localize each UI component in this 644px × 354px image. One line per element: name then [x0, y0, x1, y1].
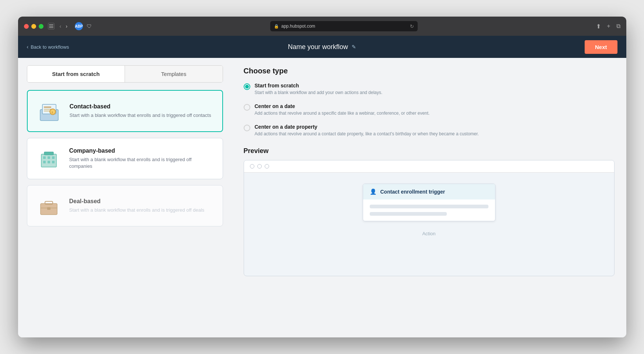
fullscreen-button[interactable]: [39, 24, 43, 29]
svg-rect-21: [47, 207, 51, 210]
radio-center-date-property-desc: Add actions that revolve around a contac…: [255, 131, 479, 137]
trigger-card: 👤 Contact enrollment trigger: [363, 184, 495, 221]
left-panel: Start from scratch Templates: [18, 58, 232, 337]
tab-templates[interactable]: Templates: [125, 66, 223, 82]
deal-based-text: Deal-based Start with a blank workflow t…: [69, 198, 205, 214]
radio-center-date-title: Center on a date: [255, 103, 430, 109]
close-button[interactable]: [24, 24, 29, 29]
back-link-label: Back to workflows: [31, 44, 69, 50]
right-panel: Choose type Start from scratch Start wit…: [232, 58, 626, 337]
tab-icon: [48, 23, 55, 30]
radio-input-center-date: [244, 104, 250, 111]
company-based-description: Start with a blank workflow that enrolls…: [69, 156, 214, 170]
address-bar-container: 🔒 app.hubspot.com ↻: [92, 21, 596, 31]
svg-rect-12: [43, 156, 46, 159]
deal-based-description: Start with a blank workflow that enrolls…: [69, 207, 205, 214]
radio-label-center-date: Center on a date Add actions that revolv…: [255, 103, 430, 117]
back-nav-arrow[interactable]: ‹: [58, 22, 63, 30]
contact-based-text: Contact-based Start with a blank workflo…: [70, 103, 211, 119]
radio-group: Start from scratch Start with a blank wo…: [244, 83, 615, 137]
trigger-line-2: [370, 212, 447, 216]
preview-content: 👤 Contact enrollment trigger Action: [244, 173, 614, 276]
tabs-container: Start from scratch Templates: [27, 65, 223, 83]
reload-icon[interactable]: ↻: [410, 24, 414, 29]
tab-start-from-scratch[interactable]: Start from scratch: [27, 66, 125, 82]
title-bar: ‹ › ABP 🛡 🔒 app.hubspot.com ↻ ⬆ + ⧉: [18, 17, 626, 36]
company-based-icon: [36, 146, 62, 171]
radio-center-date-desc: Add actions that revolve around a specif…: [255, 110, 430, 117]
svg-rect-18: [44, 152, 53, 155]
action-placeholder: Action: [422, 230, 435, 237]
minimize-button[interactable]: [31, 24, 36, 29]
trigger-line-1: [370, 205, 488, 208]
deal-based-title: Deal-based: [69, 198, 205, 205]
next-button[interactable]: Next: [585, 40, 617, 54]
browser-avatar: ABP: [75, 22, 83, 30]
svg-rect-14: [52, 156, 55, 159]
radio-scratch-desc: Start with a blank workflow and add your…: [255, 90, 383, 96]
workflow-card-contact[interactable]: $ Contact-based Start with a blank workf…: [27, 90, 223, 132]
windows-icon[interactable]: ⧉: [616, 23, 620, 30]
svg-rect-15: [43, 161, 46, 163]
traffic-lights: [24, 24, 43, 29]
svg-rect-5: [44, 107, 51, 108]
preview-title: Preview: [244, 147, 615, 155]
radio-input-scratch: [244, 83, 250, 90]
deal-based-icon: [36, 193, 62, 219]
svg-text:$: $: [52, 111, 53, 114]
workflow-name-title: Name your workflow: [288, 43, 348, 51]
radio-option-center-date[interactable]: Center on a date Add actions that revolv…: [244, 103, 615, 117]
radio-input-center-date-property: [244, 125, 250, 131]
share-icon[interactable]: ⬆: [596, 23, 601, 30]
contact-based-description: Start with a blank workflow that enrolls…: [70, 112, 211, 119]
preview-dot-1: [250, 164, 254, 169]
radio-option-center-date-property[interactable]: Center on a date property Add actions th…: [244, 124, 615, 137]
header-title-container: Name your workflow ✎: [288, 43, 356, 51]
svg-rect-16: [48, 161, 50, 163]
lock-icon: 🔒: [274, 24, 279, 29]
radio-inner-scratch: [245, 85, 249, 88]
contact-based-title: Contact-based: [70, 103, 211, 110]
edit-title-icon[interactable]: ✎: [352, 44, 356, 50]
svg-rect-2: [49, 27, 53, 28]
radio-option-scratch[interactable]: Start from scratch Start with a blank wo…: [244, 83, 615, 96]
preview-box: 👤 Contact enrollment trigger Action: [244, 160, 615, 276]
contact-based-icon: $: [36, 98, 62, 124]
back-to-workflows-link[interactable]: ‹ Back to workflows: [27, 44, 69, 50]
svg-rect-13: [48, 156, 50, 159]
trigger-lines: [363, 199, 495, 221]
app-header: ‹ Back to workflows Name your workflow ✎…: [18, 36, 626, 58]
radio-scratch-title: Start from scratch: [255, 83, 383, 88]
preview-dot-2: [257, 164, 262, 169]
svg-rect-11: [41, 154, 56, 167]
preview-dot-3: [265, 164, 269, 169]
new-tab-icon[interactable]: +: [607, 23, 610, 30]
trigger-header: 👤 Contact enrollment trigger: [363, 184, 495, 199]
main-content: Start from scratch Templates: [18, 58, 626, 337]
address-bar[interactable]: 🔒 app.hubspot.com ↻: [270, 21, 418, 31]
radio-label-center-date-property: Center on a date property Add actions th…: [255, 124, 479, 137]
workflow-card-deal[interactable]: Deal-based Start with a blank workflow t…: [27, 185, 223, 226]
back-arrow-icon: ‹: [27, 44, 29, 50]
svg-rect-7: [44, 111, 51, 111]
trigger-label: Contact enrollment trigger: [380, 189, 445, 195]
company-based-text: Company-based Start with a blank workflo…: [69, 148, 214, 170]
url-text: app.hubspot.com: [281, 24, 315, 29]
shield-icon: 🛡: [87, 23, 92, 29]
enrollment-trigger-icon: 👤: [370, 188, 377, 195]
choose-type-title: Choose type: [244, 67, 615, 75]
browser-toolbar-right: ⬆ + ⧉: [596, 23, 620, 30]
svg-rect-1: [49, 26, 53, 27]
radio-center-date-property-title: Center on a date property: [255, 124, 479, 130]
nav-arrows: ‹ ›: [58, 22, 69, 30]
radio-label-scratch: Start from scratch Start with a blank wo…: [255, 83, 383, 96]
forward-nav-arrow[interactable]: ›: [64, 22, 69, 30]
svg-rect-0: [49, 24, 53, 25]
company-based-title: Company-based: [69, 148, 214, 154]
preview-header: [244, 160, 614, 173]
workflow-card-company[interactable]: Company-based Start with a blank workflo…: [27, 138, 223, 179]
svg-rect-17: [52, 161, 55, 163]
